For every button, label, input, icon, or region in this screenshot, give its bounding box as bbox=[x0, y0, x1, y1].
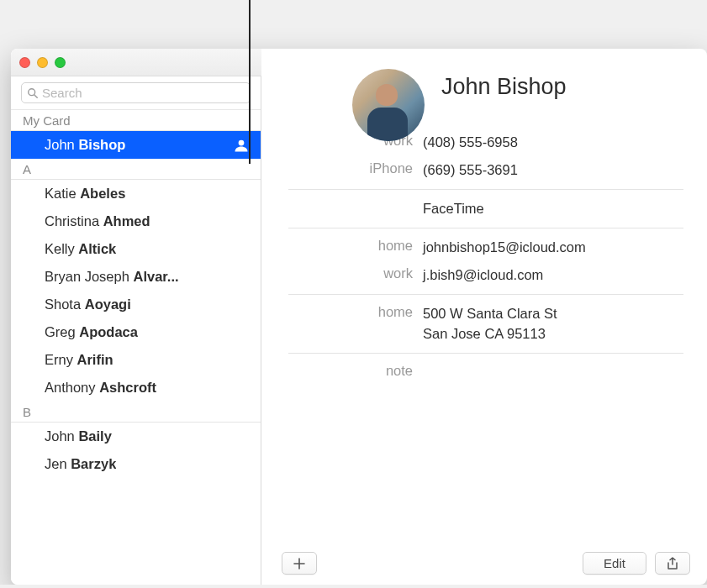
field-value: (408) 555-6958 bbox=[423, 133, 518, 152]
separator bbox=[288, 228, 683, 228]
close-window-button[interactable] bbox=[19, 57, 30, 68]
list-item[interactable]: Christina Ahmed bbox=[11, 207, 261, 235]
edit-button[interactable]: Edit bbox=[583, 552, 646, 575]
phone-row[interactable]: iPhone (669) 555-3691 bbox=[261, 156, 683, 184]
email-row[interactable]: home johnbishop15@icloud.com bbox=[261, 234, 683, 261]
my-card-icon bbox=[234, 139, 249, 152]
field-value: j.bish9@icloud.com bbox=[423, 265, 543, 285]
field-label: note bbox=[261, 363, 423, 379]
note-row[interactable]: note bbox=[261, 359, 683, 383]
minimize-window-button[interactable] bbox=[37, 57, 48, 68]
email-row[interactable]: work j.bish9@icloud.com bbox=[261, 261, 683, 289]
address-row[interactable]: home 500 W Santa Clara St San Jose CA 95… bbox=[261, 300, 683, 347]
annotation-callout-line bbox=[249, 0, 251, 164]
search-input[interactable] bbox=[42, 86, 245, 100]
facetime-row[interactable]: FaceTime bbox=[261, 195, 683, 223]
list-item[interactable]: Bryan Joseph Alvar... bbox=[11, 263, 261, 291]
field-value: 500 W Santa Clara St San Jose CA 95113 bbox=[423, 304, 557, 343]
search-icon bbox=[27, 87, 39, 99]
field-label: work bbox=[261, 265, 423, 281]
share-button[interactable] bbox=[655, 552, 690, 575]
list-item[interactable]: Erny Arifin bbox=[11, 346, 261, 374]
my-card-item[interactable]: John Bishop bbox=[11, 131, 261, 159]
plus-icon bbox=[293, 558, 305, 570]
field-label: home bbox=[261, 238, 423, 254]
list-item[interactable]: Jen Barzyk bbox=[11, 450, 261, 478]
svg-line-1 bbox=[34, 94, 37, 97]
contacts-list[interactable]: My Card John Bishop A Katie Abeles Chris… bbox=[11, 110, 261, 585]
titlebar bbox=[11, 49, 261, 76]
list-item[interactable]: Shota Aoyagi bbox=[11, 291, 261, 318]
separator bbox=[288, 189, 683, 190]
section-header-my-card: My Card bbox=[11, 110, 261, 131]
avatar[interactable] bbox=[352, 69, 425, 141]
field-label: iPhone bbox=[261, 160, 423, 176]
field-label: home bbox=[261, 304, 423, 320]
contact-name-label: John Bishop bbox=[45, 137, 125, 153]
contact-detail-pane: John Bishop work (408) 555-6958 iPhone (… bbox=[261, 49, 707, 585]
search-wrap bbox=[11, 76, 261, 110]
contacts-sidebar: My Card John Bishop A Katie Abeles Chris… bbox=[11, 49, 261, 585]
list-item[interactable]: Katie Abeles bbox=[11, 180, 261, 207]
list-item[interactable]: Anthony Ashcroft bbox=[11, 374, 261, 402]
zoom-window-button[interactable] bbox=[55, 57, 66, 68]
phone-row[interactable]: work (408) 555-6958 bbox=[261, 129, 683, 156]
contact-fields: work (408) 555-6958 iPhone (669) 555-369… bbox=[261, 129, 683, 383]
svg-point-2 bbox=[239, 139, 245, 145]
add-contact-button[interactable] bbox=[282, 552, 317, 575]
field-value: FaceTime bbox=[423, 199, 484, 218]
detail-toolbar: Edit bbox=[282, 552, 690, 575]
field-value: (669) 555-3691 bbox=[423, 160, 518, 180]
field-value: johnbishop15@icloud.com bbox=[423, 238, 586, 257]
separator bbox=[288, 294, 683, 295]
list-item[interactable]: Kelly Altick bbox=[11, 235, 261, 263]
list-item[interactable]: Greg Apodaca bbox=[11, 318, 261, 346]
contact-name: John Bishop bbox=[441, 74, 567, 100]
list-item[interactable]: John Baily bbox=[11, 423, 261, 450]
contacts-window: My Card John Bishop A Katie Abeles Chris… bbox=[11, 49, 707, 585]
section-header-a: A bbox=[11, 159, 261, 180]
share-icon bbox=[667, 557, 678, 570]
section-header-b: B bbox=[11, 402, 261, 423]
search-field[interactable] bbox=[21, 82, 251, 103]
contact-header: John Bishop bbox=[261, 74, 683, 100]
separator bbox=[288, 353, 683, 354]
